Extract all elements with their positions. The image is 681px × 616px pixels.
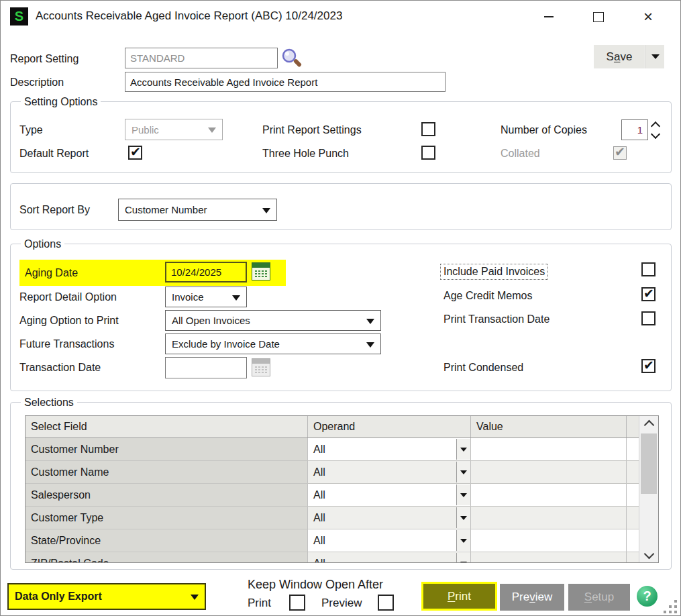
- table-row: Customer Number All: [25, 438, 658, 461]
- select-field-cell[interactable]: ZIP/Postal Code: [25, 552, 308, 563]
- select-field-cell[interactable]: Customer Name: [25, 461, 308, 483]
- selections-legend: Selections: [21, 397, 77, 409]
- operand-dropdown-icon[interactable]: [456, 507, 470, 528]
- setting-options-group: [10, 101, 672, 173]
- export-format-dropdown[interactable]: Data Only Export: [7, 583, 206, 610]
- resize-grip[interactable]: [674, 600, 677, 603]
- aging-date-input[interactable]: 10/24/2025: [165, 262, 247, 283]
- select-field-cell[interactable]: Customer Number: [25, 438, 308, 460]
- chevron-down-icon: [232, 295, 240, 301]
- copies-spinner[interactable]: [650, 119, 661, 140]
- include-paid-invoices-checkbox[interactable]: [641, 262, 656, 276]
- ar-aged-invoice-report-window: S Accounts Receivable Aged Invoice Repor…: [0, 0, 681, 616]
- print-button[interactable]: Print: [421, 582, 497, 611]
- print-condensed-label: Print Condensed: [443, 362, 523, 374]
- description-input[interactable]: Accounts Receivable Aged Invoice Report: [125, 72, 446, 92]
- keep-window-open-label: Keep Window Open After: [248, 578, 383, 592]
- operand-dropdown-icon[interactable]: [456, 553, 470, 563]
- select-field-cell[interactable]: Salesperson: [25, 484, 308, 506]
- minimize-button[interactable]: [537, 6, 560, 28]
- table-scrollbar[interactable]: [639, 416, 658, 562]
- collated-label: Collated: [501, 148, 540, 160]
- value-cell[interactable]: [471, 529, 627, 552]
- table-row: Customer Name All: [25, 461, 658, 484]
- age-credit-memos-checkbox[interactable]: [641, 287, 656, 301]
- maximize-button[interactable]: [587, 6, 610, 28]
- help-icon[interactable]: ?: [637, 586, 658, 607]
- operand-dropdown-icon[interactable]: [456, 530, 470, 551]
- aging-date-calendar-icon[interactable]: [252, 262, 270, 280]
- sage-logo-icon: S: [10, 7, 28, 25]
- blank-cell: [627, 529, 640, 552]
- report-setting-label: Report Setting: [10, 53, 78, 65]
- select-field-cell[interactable]: State/Province: [25, 529, 308, 552]
- description-label: Description: [10, 76, 64, 89]
- report-detail-option-label: Report Detail Option: [19, 291, 117, 303]
- transaction-date-input[interactable]: [165, 357, 247, 378]
- operand-cell[interactable]: All: [308, 461, 471, 483]
- chevron-down-icon: [262, 208, 270, 213]
- aging-date-label: Aging Date: [25, 267, 78, 279]
- select-field-cell[interactable]: Customer Type: [25, 507, 308, 529]
- keep-open-print-label: Print: [248, 597, 271, 610]
- sort-report-by-label: Sort Report By: [19, 204, 90, 216]
- sort-report-by-dropdown[interactable]: Customer Number: [118, 199, 277, 221]
- future-transactions-dropdown[interactable]: Exclude by Invoice Date: [165, 333, 381, 354]
- type-label: Type: [19, 124, 43, 136]
- operand-dropdown-icon[interactable]: [456, 484, 470, 505]
- value-cell[interactable]: [471, 438, 627, 460]
- report-setting-input[interactable]: STANDARD: [125, 48, 278, 68]
- operand-cell[interactable]: All: [308, 507, 471, 529]
- operand-cell[interactable]: All: [308, 529, 471, 552]
- column-header-value: Value: [471, 416, 627, 438]
- aging-option-to-print-dropdown[interactable]: All Open Invoices: [165, 310, 381, 331]
- keep-open-print-checkbox[interactable]: [289, 595, 305, 611]
- scroll-up-button[interactable]: [639, 416, 658, 431]
- age-credit-memos-label: Age Credit Memos: [443, 290, 533, 302]
- print-report-settings-checkbox[interactable]: [421, 122, 435, 136]
- close-icon: ×: [643, 10, 653, 23]
- maximize-icon: [593, 12, 604, 22]
- collated-checkbox: [613, 146, 627, 160]
- number-of-copies-input[interactable]: 1: [621, 119, 648, 140]
- chevron-down-icon: [366, 319, 374, 324]
- table-row: ZIP/Postal Code All: [25, 552, 658, 563]
- column-header-operand: Operand: [308, 416, 471, 438]
- table-row: State/Province All: [25, 529, 658, 552]
- three-hole-punch-label: Three Hole Punch: [262, 148, 349, 160]
- close-button[interactable]: ×: [637, 6, 660, 28]
- value-cell[interactable]: [471, 461, 627, 483]
- print-transaction-date-checkbox[interactable]: [641, 311, 656, 325]
- keep-open-preview-checkbox[interactable]: [378, 595, 394, 611]
- scrollbar-thumb[interactable]: [641, 433, 657, 494]
- operand-dropdown-icon[interactable]: [456, 439, 470, 460]
- value-cell[interactable]: [471, 552, 627, 563]
- default-report-checkbox[interactable]: [128, 146, 142, 160]
- type-dropdown: Public: [125, 119, 223, 140]
- value-cell[interactable]: [471, 484, 627, 506]
- report-detail-option-dropdown[interactable]: Invoice: [165, 287, 247, 307]
- options-legend: Options: [21, 238, 64, 250]
- preview-button[interactable]: Preview: [500, 584, 564, 611]
- operand-cell[interactable]: All: [308, 484, 471, 506]
- operand-dropdown-icon[interactable]: [456, 462, 470, 482]
- operand-cell[interactable]: All: [308, 438, 471, 460]
- three-hole-punch-checkbox[interactable]: [421, 146, 435, 160]
- value-cell[interactable]: [471, 507, 627, 529]
- operand-cell[interactable]: All: [308, 552, 471, 563]
- lookup-magnifier-icon[interactable]: [280, 47, 304, 74]
- window-title: Accounts Receivable Aged Invoice Report …: [36, 9, 342, 23]
- chevron-down-icon: [208, 127, 216, 133]
- save-button[interactable]: Save: [594, 45, 645, 68]
- title-bar: S Accounts Receivable Aged Invoice Repor…: [1, 1, 680, 33]
- transaction-date-calendar-icon: [252, 358, 270, 376]
- scroll-down-button[interactable]: [639, 548, 658, 562]
- save-dropdown-button[interactable]: [645, 45, 664, 68]
- chevron-down-icon: [366, 342, 374, 348]
- print-condensed-checkbox[interactable]: [641, 359, 656, 373]
- setup-button: Setup: [568, 584, 630, 611]
- blank-cell: [627, 552, 640, 563]
- selections-table-body: Customer Number All Customer Name All Sa…: [25, 438, 658, 563]
- blank-cell: [627, 507, 640, 529]
- print-report-settings-label: Print Report Settings: [262, 124, 362, 136]
